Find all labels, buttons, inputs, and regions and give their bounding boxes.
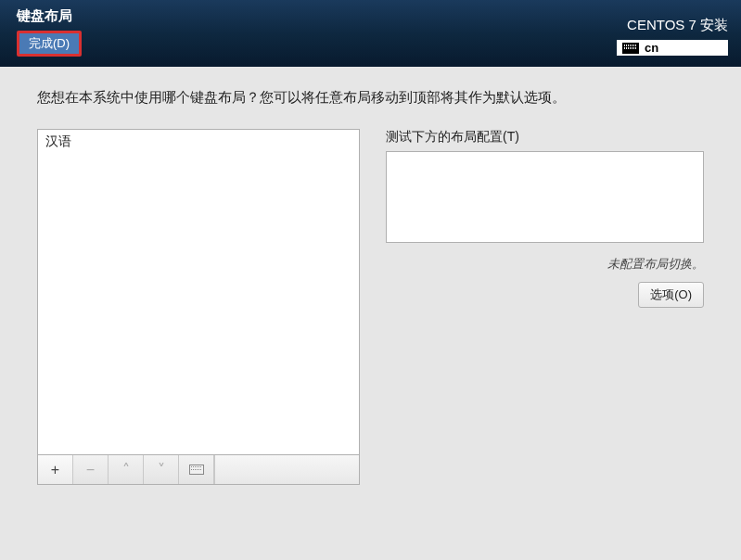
- layout-list[interactable]: 汉语: [37, 129, 360, 455]
- list-item[interactable]: 汉语: [38, 130, 359, 154]
- switch-status: 未配置布局切换。: [386, 256, 704, 273]
- remove-layout-button[interactable]: −: [73, 455, 109, 484]
- toolbar-spacer: [214, 455, 359, 484]
- keyboard-icon: [189, 465, 204, 475]
- left-panel: 汉语 + − ˄ ˅: [37, 129, 360, 485]
- content-area: 您想在本系统中使用哪个键盘布局？您可以将任意布局移动到顶部将其作为默认选项。 汉…: [0, 67, 741, 485]
- header-bar: 键盘布局 完成(D) CENTOS 7 安装 cn: [0, 0, 741, 67]
- move-down-button[interactable]: ˅: [144, 455, 179, 484]
- panels: 汉语 + − ˄ ˅ 测试下方的布局配置(T) 未配置布局切换。 选项(O): [37, 129, 704, 485]
- instruction-text: 您想在本系统中使用哪个键盘布局？您可以将任意布局移动到顶部将其作为默认选项。: [37, 89, 704, 107]
- lang-code: cn: [645, 41, 658, 55]
- right-panel: 测试下方的布局配置(T) 未配置布局切换。 选项(O): [386, 129, 704, 485]
- layout-toolbar: + − ˄ ˅: [37, 455, 360, 485]
- options-button[interactable]: 选项(O): [638, 282, 704, 308]
- lang-indicator[interactable]: cn: [617, 40, 728, 56]
- done-button[interactable]: 完成(D): [17, 31, 82, 57]
- add-layout-button[interactable]: +: [38, 455, 73, 484]
- keyboard-icon: [622, 43, 639, 54]
- install-title: CENTOS 7 安装: [617, 17, 728, 34]
- header-right: CENTOS 7 安装 cn: [617, 17, 728, 56]
- keyboard-preview-button[interactable]: [179, 455, 214, 484]
- options-row: 选项(O): [386, 282, 704, 308]
- test-input[interactable]: [386, 151, 704, 243]
- test-label: 测试下方的布局配置(T): [386, 129, 704, 146]
- move-up-button[interactable]: ˄: [109, 455, 144, 484]
